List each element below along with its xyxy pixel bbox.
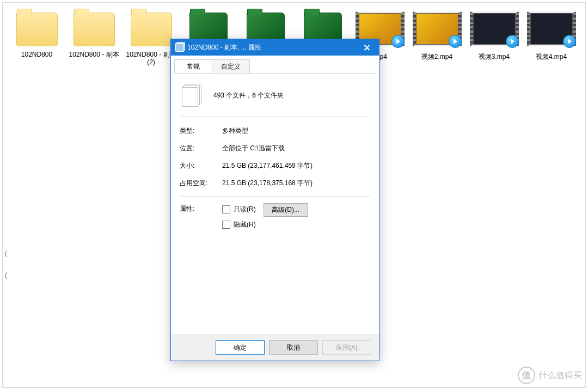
divider	[180, 116, 370, 117]
folder-icon	[74, 13, 115, 46]
row-size: 大小: 21.5 GB (23,177,461,459 字节)	[180, 158, 370, 173]
play-badge-icon	[506, 35, 519, 48]
checkbox-box	[222, 205, 230, 214]
video-icon	[527, 11, 576, 46]
file-label: 视频2.mp4	[408, 53, 465, 60]
file-label: 视频3.mp4	[465, 53, 523, 60]
divider	[180, 196, 370, 197]
value-size: 21.5 GB (23,177,461,459 字节)	[222, 161, 370, 170]
folder-icon	[16, 13, 58, 46]
tab-strip: 常规 自定义	[171, 56, 379, 73]
label-type: 类型:	[180, 126, 222, 136]
summary-row: 493 个文件，6 个文件夹	[180, 80, 370, 111]
watermark-badge: 值	[518, 367, 535, 384]
advanced-button[interactable]: 高级(D)...	[264, 203, 308, 217]
tab-general[interactable]: 常规	[174, 59, 212, 73]
ok-button[interactable]: 确定	[216, 340, 265, 355]
close-button[interactable]	[354, 39, 379, 56]
row-size-on-disk: 占用空间: 21.5 GB (23,178,375,168 字节)	[180, 175, 370, 191]
value-size-on-disk: 21.5 GB (23,178,375,168 字节)	[222, 179, 370, 188]
label-attributes: 属性:	[180, 203, 222, 214]
cancel-button[interactable]: 取消	[269, 340, 318, 355]
watermark: 值 什么值得买	[518, 367, 582, 384]
checkbox-hidden-label: 隐藏(H)	[234, 220, 256, 229]
checkbox-readonly[interactable]: 只读(R)	[222, 203, 256, 215]
left-text-fragment: ( (	[5, 248, 7, 281]
apply-button: 应用(A)	[322, 340, 371, 355]
value-location: 全部位于 C:\迅雷下载	[222, 144, 370, 153]
video-icon	[413, 11, 462, 46]
multi-file-icon	[182, 84, 201, 107]
file-item[interactable]: 视频2.mp4	[408, 10, 465, 75]
file-item[interactable]: 102ND800 - 副本	[65, 10, 122, 75]
checkbox-readonly-label: 只读(R)	[234, 205, 256, 214]
checkbox-hidden[interactable]: 隐藏(H)	[222, 218, 256, 230]
file-label: 102ND800 - 副本	[65, 51, 122, 58]
play-badge-icon	[391, 35, 405, 48]
watermark-text: 什么值得买	[538, 370, 582, 381]
value-type: 多种类型	[222, 126, 370, 136]
dialog-titlebar[interactable]: 102ND800 - 副本, ... 属性	[171, 39, 379, 56]
label-size: 大小:	[180, 161, 222, 170]
folder-icon	[131, 13, 172, 46]
tab-custom[interactable]: 自定义	[212, 59, 250, 73]
explorer-frame: 102ND800102ND800 - 副本102ND800 - 副本 (2).m…	[2, 2, 586, 388]
file-label: 视频4.mp4	[523, 53, 580, 60]
label-location: 位置:	[180, 144, 222, 153]
properties-dialog: 102ND800 - 副本, ... 属性 常规 自定义 493 个文件，6 个…	[170, 39, 379, 361]
summary-text: 493 个文件，6 个文件夹	[213, 91, 284, 100]
file-item[interactable]: 102ND800	[8, 10, 65, 75]
file-label: 102ND800	[8, 51, 65, 58]
dialog-title-icon	[175, 43, 184, 52]
dialog-title: 102ND800 - 副本, ... 属性	[187, 43, 354, 52]
play-badge-icon	[563, 35, 576, 48]
file-item[interactable]: 视频3.mp4	[465, 10, 523, 75]
row-location: 位置: 全部位于 C:\迅雷下载	[180, 141, 370, 156]
close-icon	[364, 45, 370, 51]
dialog-button-bar: 确定 取消 应用(A)	[171, 334, 379, 361]
video-icon	[470, 11, 519, 46]
checkbox-box	[222, 221, 230, 229]
file-item[interactable]: 视频4.mp4	[523, 10, 580, 75]
row-attributes: 属性: 只读(R) 隐藏(H) 高级(D)...	[180, 203, 370, 234]
label-size-on-disk: 占用空间:	[180, 179, 222, 188]
row-type: 类型: 多种类型	[180, 123, 370, 138]
play-badge-icon	[449, 35, 462, 48]
panel-general: 493 个文件，6 个文件夹 类型: 多种类型 位置: 全部位于 C:\迅雷下载…	[171, 74, 379, 234]
